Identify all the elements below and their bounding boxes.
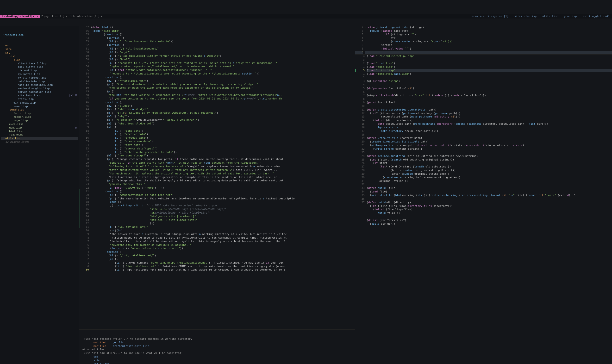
- tree-item[interactable]: gen.lispM: [1, 126, 78, 130]
- tree-item[interactable]: site-info.lisp[+] M: [1, 94, 78, 98]
- tab-label: zsh;#toggleterm#1[+]: [4, 15, 36, 18]
- tree-item[interactable]: blog: [1, 58, 78, 62]
- tab-label: page.lisp[1+]: [44, 15, 65, 18]
- tree-item[interactable]: natalie-info.lisp: [1, 80, 78, 83]
- close-icon[interactable]: ✕: [65, 15, 67, 18]
- tree-item[interactable]: 12 hidden items: [1, 140, 78, 144]
- winbar-item[interactable]: neo-tree filesystem [1]: [472, 15, 508, 18]
- tree-item[interactable]: cool-sights.lisp: [1, 65, 78, 69]
- line-gutter: 4321512345678910111213141516171819202122…: [357, 54, 367, 364]
- code-content[interactable]: (defun html () (page "site info" '((sect…: [91, 26, 355, 329]
- tree-badge: M: [75, 126, 78, 130]
- tab-num: 2: [41, 15, 43, 18]
- tree-item[interactable]: header.lisp: [1, 115, 78, 119]
- winbar: neo-tree filesystem [1] site-info.lisp u…: [472, 15, 612, 18]
- tree-item[interactable]: my-old-laptop.lisp: [1, 76, 78, 80]
- tab-num: 3: [70, 15, 72, 18]
- tree-item[interactable]: site: [1, 48, 78, 51]
- tree-item[interactable]: stats.lisp: [1, 98, 78, 101]
- editor-left[interactable]: 6766656463626160595857565554535251504948…: [79, 26, 355, 329]
- close-icon[interactable]: ✕: [37, 15, 39, 18]
- tree-item[interactable]: page.lisp: [1, 119, 78, 123]
- editor-bottom-right[interactable]: 4321512345678910111213141516171819202122…: [355, 54, 612, 364]
- terminal-pane[interactable]: (use "git restore <file>..." to discard …: [79, 329, 355, 364]
- winbar-item[interactable]: zsh;#toggleterm#1: [583, 15, 610, 18]
- tree-root[interactable]: ~/src/htmlgen: [1, 33, 78, 37]
- tab-label: I-hate-debian[1+]: [73, 15, 100, 18]
- line-gutter: 76543210: [355, 26, 365, 54]
- tree-badge: [+] M: [69, 94, 78, 98]
- code-content[interactable]: (defun join-strings-with-br (strings) (r…: [365, 26, 612, 54]
- tab-3[interactable]: 3 I-hate-debian[1+] ✕: [68, 15, 104, 18]
- tree-item[interactable]: html.lisp: [1, 130, 78, 133]
- tree-item[interactable]: templates: [1, 108, 78, 112]
- tab-num: 1: [1, 15, 3, 18]
- close-icon[interactable]: ✕: [100, 15, 102, 18]
- tree-item[interactable]: natalie-sightings.lisp: [1, 83, 78, 87]
- tree-item[interactable]: html: [1, 55, 78, 58]
- tree-item[interactable]: server-migration.lisp: [1, 90, 78, 94]
- winbar-item[interactable]: gen.lisp: [564, 15, 577, 18]
- tab-bar: 1 zsh;#toggleterm#1[+] ✕ 2 page.lisp[1+]…: [0, 14, 612, 18]
- tree-item[interactable]: albert-hack-1.lisp: [1, 62, 78, 65]
- tree-item[interactable]: dir_index.lisp: [1, 101, 78, 105]
- file-tree[interactable]: ~/src/htmlgen outsitesrchtmlblogalbert-h…: [0, 26, 79, 364]
- tree-item[interactable]: exec.lisp: [1, 123, 78, 126]
- tree-item[interactable]: utils.lisp: [1, 137, 78, 140]
- tree-item[interactable]: out: [1, 44, 78, 48]
- tree-item[interactable]: discord.lisp: [1, 69, 78, 73]
- tree-item[interactable]: my-laptop.lisp: [1, 73, 78, 76]
- tab-1[interactable]: 1 zsh;#toggleterm#1[+] ✕: [0, 15, 40, 18]
- editor-top-right[interactable]: 76543210 (defun join-strings-with-br (st…: [355, 26, 612, 54]
- code-content[interactable]: (load "~/quicklisp/setup.lisp") (load "h…: [367, 54, 612, 364]
- winbar-item[interactable]: utils.lisp: [542, 15, 558, 18]
- tab-2[interactable]: 2 page.lisp[1+] ✕: [40, 15, 68, 18]
- tree-item[interactable]: src: [1, 51, 78, 55]
- tree-item[interactable]: footer.lisp: [1, 112, 78, 115]
- winbar-item[interactable]: site-info.lisp: [514, 15, 536, 18]
- tree-item[interactable]: readme.md: [1, 133, 78, 137]
- tree-item[interactable]: random-thoughts.lisp: [1, 87, 78, 90]
- line-gutter: 6766656463626160595857565554535251504948…: [81, 26, 91, 329]
- tree-item[interactable]: home.lisp: [1, 105, 78, 108]
